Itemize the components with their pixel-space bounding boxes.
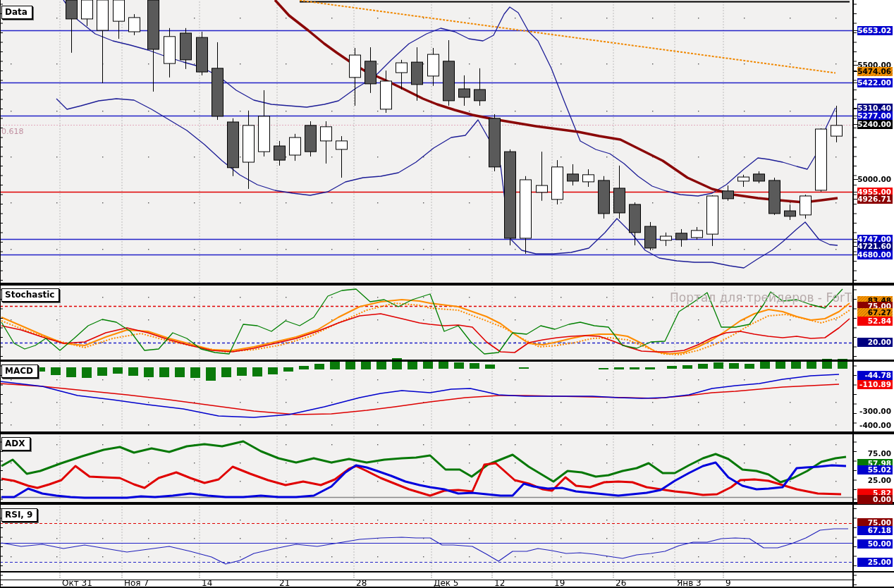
date-label: 19 xyxy=(554,578,565,588)
price-scale-label: 5000.00 xyxy=(857,175,893,184)
panel-title-data: Data xyxy=(1,6,32,19)
adx-scale-label: 55.02 xyxy=(857,465,893,474)
date-label: 9 xyxy=(725,578,731,588)
price-scale-label: 5653.02 xyxy=(857,26,893,35)
fib-0618-label: 0.618 xyxy=(1,127,24,136)
price-scale-label: 4926.71 xyxy=(857,195,893,204)
panel-title-macd: MACD xyxy=(1,365,38,378)
date-label: Окт 31 xyxy=(62,578,92,588)
adx-scale-label: 75.00 xyxy=(857,449,893,458)
macd-scale-label: -110.89 xyxy=(857,380,893,389)
price-scale-label: 5474.06 xyxy=(857,67,893,76)
panel-title-rsi: RSI, 9 xyxy=(1,508,37,522)
date-label: 28 xyxy=(356,578,367,588)
date-label: 14 xyxy=(202,578,212,588)
date-label: Янв 3 xyxy=(677,578,702,588)
price-scale-label: 5422.00 xyxy=(857,78,893,87)
date-label: 26 xyxy=(616,578,626,588)
rsi-scale-label: 67.18 xyxy=(857,526,893,535)
panel-title-adx: ADX xyxy=(1,437,30,451)
date-label: Ноя 7 xyxy=(124,578,149,588)
date-label: 21 xyxy=(279,578,290,588)
price-scale-label: 4680.00 xyxy=(857,250,893,259)
trading-chart-window: Data Stochastic MACD ADX RSI, 9 0.618 По… xyxy=(0,0,894,588)
macd-scale-label: -44.78 xyxy=(857,371,893,380)
date-label: Дек 5 xyxy=(434,578,458,588)
watermark-text: Портал для трейдеров - ForTra xyxy=(670,290,852,305)
date-label: 12 xyxy=(494,578,505,588)
price-scale-label: 5240.00 xyxy=(857,120,893,129)
rsi-scale-label: 25.00 xyxy=(857,558,893,567)
macd-scale-label: -300.00 xyxy=(857,407,893,416)
stochastic-scale-label: 52.84 xyxy=(857,317,893,326)
rsi-scale-label: 50.00 xyxy=(857,539,893,549)
adx-scale-label: 25.00 xyxy=(857,476,893,485)
adx-scale-label: 0.00 xyxy=(857,495,893,504)
panel-title-stochastic: Stochastic xyxy=(1,288,59,302)
macd-scale-label: -400.00 xyxy=(857,421,893,430)
stochastic-scale-label: 20.00 xyxy=(857,338,893,347)
